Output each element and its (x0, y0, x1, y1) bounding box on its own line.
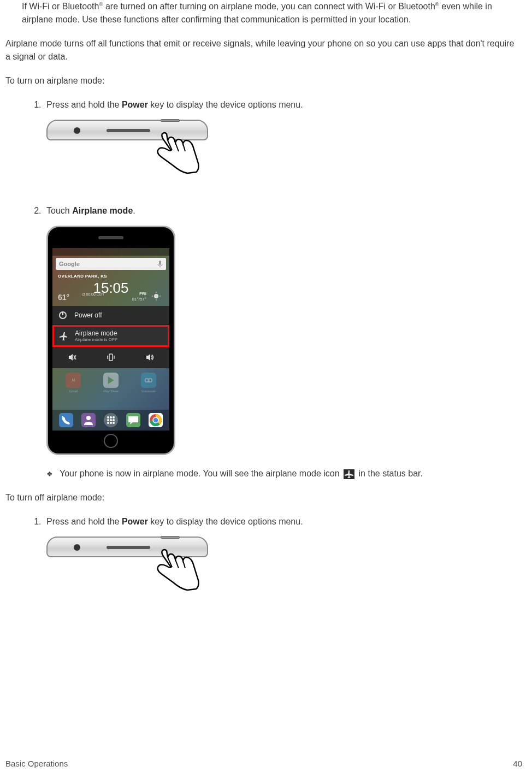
silent-icon (67, 352, 77, 362)
svg-point-23 (107, 422, 109, 424)
airplane-mode-option-highlighted: Airplane mode Airplane mode is OFF (52, 325, 169, 347)
turn-off-heading: To turn off airplane mode: (5, 491, 521, 504)
voicemail-app-icon (141, 373, 156, 388)
chrome-dock-icon (149, 413, 163, 427)
airplane-icon (58, 331, 68, 341)
svg-point-1 (154, 294, 158, 298)
turn-off-steps: Press and hold the Power key to display … (27, 515, 521, 608)
hand-icon (150, 129, 199, 190)
apps-dock-icon (104, 413, 118, 427)
step-1-off: Press and hold the Power key to display … (44, 515, 521, 608)
contacts-dock-icon (81, 413, 96, 427)
svg-point-16 (86, 416, 91, 420)
svg-point-20 (107, 419, 109, 421)
svg-point-14 (149, 379, 152, 382)
clock-weather-widget: OVERLAND PARK, KS 15:05 61° ct 00:00 CDT… (56, 272, 166, 304)
svg-point-13 (145, 379, 148, 382)
svg-point-18 (110, 416, 112, 419)
airplane-status-icon (344, 469, 354, 479)
search-bar: Google (56, 258, 166, 270)
svg-rect-0 (159, 261, 161, 265)
figure-power-key (46, 120, 210, 191)
intro-paragraph: Airplane mode turns off all functions th… (5, 37, 521, 63)
gmail-app-icon: M (66, 373, 81, 388)
turn-on-heading: To turn on airplane mode: (5, 74, 521, 87)
sun-icon (152, 292, 161, 300)
footer-section-name: Basic Operations (5, 759, 68, 768)
app-row: M Gmail Play Store (52, 368, 169, 395)
figure-phone-screen: Google OVERLAND PARK, KS 15:05 61° ct 00… (46, 226, 175, 455)
svg-rect-10 (109, 354, 113, 361)
power-icon (58, 310, 68, 320)
device-options-menu: Power off Airplane mode Airplane mode is… (52, 306, 169, 368)
svg-point-24 (110, 422, 112, 424)
figure-power-key-2 (46, 537, 210, 608)
diamond-bullet-icon: ❖ (46, 470, 53, 478)
svg-point-22 (113, 419, 115, 421)
power-off-option: Power off (52, 306, 169, 325)
status-bar (52, 248, 169, 256)
svg-point-21 (110, 419, 112, 421)
page-footer: Basic Operations 40 (5, 759, 522, 768)
hand-icon-2 (150, 546, 199, 606)
result-bullet: ❖ Your phone is now in airplane mode. Yo… (46, 469, 527, 479)
vibrate-icon (106, 352, 116, 362)
svg-point-19 (113, 416, 115, 419)
messaging-dock-icon (126, 413, 140, 427)
wifi-bluetooth-note: If Wi-Fi or Bluetooth® are turned on aft… (22, 0, 521, 26)
play-store-app-icon (103, 373, 119, 388)
microphone-icon (157, 260, 163, 268)
svg-point-17 (107, 416, 109, 419)
footer-page-number: 40 (513, 759, 522, 768)
step-1: Press and hold the Power key to display … (44, 98, 521, 191)
turn-on-steps: Press and hold the Power key to display … (27, 98, 521, 455)
phone-dock-icon (59, 413, 73, 427)
step-2: Touch Airplane mode. Google OVERLAND PAR… (44, 204, 521, 455)
svg-point-25 (113, 422, 115, 424)
sound-mode-row (52, 347, 169, 368)
sound-icon (145, 352, 155, 362)
dock (52, 410, 169, 431)
